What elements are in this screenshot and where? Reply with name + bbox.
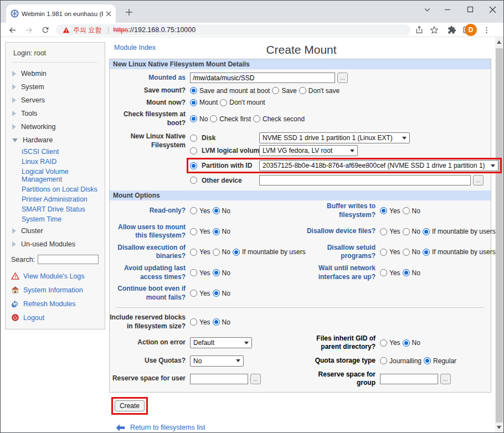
radio-wait-network-no[interactable]: No — [403, 269, 420, 277]
radio-save-and-mount-at-boot[interactable]: Save and mount at boot — [190, 87, 270, 95]
radio-partition-with-id[interactable] — [190, 162, 199, 169]
action-on-error-select[interactable]: Default — [190, 337, 252, 348]
mounted-as-browse-button[interactable]: ... — [337, 73, 348, 83]
radio-circle — [403, 207, 410, 214]
sidebar-item-unused-modules[interactable]: Un-used Modules — [6, 238, 105, 251]
radio-reserved-yes[interactable]: Yes — [190, 318, 210, 326]
reload-icon[interactable] — [40, 25, 50, 35]
radio-setuid-no[interactable]: No — [403, 248, 420, 256]
partition-id-select[interactable]: 20357125-8b0e-418b-8764-af69ee800cef (NV… — [259, 160, 498, 171]
sidebar-item-smart-drive-status[interactable]: SMART Drive Status — [6, 204, 105, 214]
radio-disallow-exec-no[interactable]: No — [213, 248, 230, 256]
scroll-down-icon[interactable] — [497, 426, 501, 429]
radio-disk[interactable] — [190, 135, 199, 142]
radio-disallow-dev-yes[interactable]: Yes — [380, 228, 400, 235]
extensions-puzzle-icon[interactable] — [447, 25, 457, 35]
radio-other-device[interactable] — [190, 177, 199, 184]
radio-read-only-yes[interactable]: Yes — [190, 207, 210, 215]
radio-buffer-yes[interactable]: Yes — [380, 207, 400, 215]
sidebar-item-partitions-on-local-disks[interactable]: Partitions on Local Disks — [6, 184, 105, 194]
reserve-user-browse-button[interactable]: ... — [250, 374, 261, 384]
disk-select[interactable]: NVME SSD 1 drive 1 partition 1 (Linux EX… — [259, 132, 410, 143]
radio-allow-users-no[interactable]: No — [213, 228, 230, 235]
back-icon[interactable] — [7, 25, 17, 35]
tab-search-chevron-icon[interactable] — [421, 3, 433, 16]
radio-atime-no[interactable]: No — [213, 269, 230, 277]
radio-dont-save[interactable]: Don't save — [299, 87, 340, 95]
radio-label: Save — [281, 87, 296, 95]
radio-buffer-no[interactable]: No — [403, 207, 420, 215]
return-to-filesystems-link[interactable]: Return to filesystems list — [116, 424, 493, 432]
radio-reserved-no[interactable]: No — [213, 318, 230, 326]
other-device-browse-button[interactable]: ... — [473, 175, 484, 185]
sidebar-link-view-module-logs[interactable]: View Module's Logs — [6, 269, 105, 283]
sidebar-item-tools[interactable]: Tools — [6, 107, 105, 120]
create-button[interactable]: Create — [115, 400, 145, 411]
sidebar-link-logout[interactable]: Logout — [6, 311, 105, 324]
collapsed-triangle-icon — [12, 228, 16, 234]
sidebar-item-cluster[interactable]: Cluster — [6, 224, 105, 238]
radio-continue-boot-no[interactable]: No — [213, 290, 230, 297]
window-maximize-icon[interactable] — [464, 3, 476, 16]
radio-regular[interactable]: Regular — [424, 357, 456, 365]
url-bar[interactable]: 주의 요함 | https ://192.168.0.75:10000 — [56, 24, 410, 35]
radio-disallow-exec-yes[interactable]: Yes — [190, 248, 210, 256]
radio-label: Yes — [389, 207, 400, 215]
radio-gid-yes[interactable]: Yes — [380, 339, 400, 347]
use-quotas-select[interactable]: No — [190, 355, 244, 367]
security-warning-icon[interactable] — [63, 27, 70, 34]
scroll-up-icon[interactable] — [497, 40, 501, 44]
browser-menu-dots-icon[interactable] — [481, 25, 491, 35]
reserve-group-input[interactable] — [380, 374, 438, 384]
radio-gid-no[interactable]: No — [403, 339, 420, 347]
sidebar-item-networking[interactable]: Networking — [6, 120, 105, 133]
sidebar-item-hardware[interactable]: Hardware — [6, 133, 105, 147]
radio-read-only-no[interactable]: No — [213, 207, 230, 215]
sidebar-item-system[interactable]: System — [6, 80, 105, 94]
profile-avatar[interactable]: D — [465, 24, 477, 36]
window-close-icon[interactable] — [486, 3, 498, 16]
browser-tab[interactable]: Webmin 1.981 on eunhasu (Fed — [6, 4, 116, 23]
radio-continue-boot-yes[interactable]: Yes — [190, 290, 210, 297]
sidebar-item-printer-administration[interactable]: Printer Administration — [6, 194, 105, 204]
sidebar-link-refresh-modules[interactable]: Refresh Modules — [6, 297, 105, 311]
module-index-link[interactable]: Module Index — [114, 44, 156, 51]
radio-allow-users-yes[interactable]: Yes — [190, 228, 210, 235]
reserve-user-input[interactable] — [190, 374, 248, 384]
radio-disallow-dev-mountable[interactable]: If mountable by users — [423, 228, 496, 235]
window-minimize-icon[interactable] — [441, 3, 454, 16]
new-tab-button[interactable] — [124, 7, 134, 17]
reserve-group-browse-button[interactable]: ... — [440, 374, 451, 384]
radio-disallow-dev-no[interactable]: No — [403, 228, 420, 235]
sidebar-item-webmin[interactable]: Webmin — [6, 67, 105, 80]
radio-dont-mount[interactable]: Don't mount — [220, 99, 265, 106]
radio-atime-yes[interactable]: Yes — [190, 269, 210, 277]
radio-setuid-yes[interactable]: Yes — [380, 248, 400, 256]
radio-check-no[interactable]: No — [190, 115, 208, 123]
tab-close-icon[interactable] — [106, 11, 111, 17]
sidebar-item-servers[interactable]: Servers — [6, 94, 105, 107]
radio-lvm-logical-volume[interactable] — [190, 147, 199, 154]
search-input[interactable] — [38, 255, 99, 264]
radio-mount[interactable]: Mount — [190, 99, 218, 106]
select-chevron-icon — [350, 150, 354, 152]
radio-journalling[interactable]: Journalling — [380, 357, 421, 365]
other-device-input[interactable] — [259, 175, 471, 185]
sidebar-item-logical-volume-management[interactable]: Logical Volume Management — [6, 167, 105, 184]
sidebar-item-iscsi-client[interactable]: iSCSI Client — [6, 147, 105, 157]
radio-check-second[interactable]: Check second — [253, 115, 305, 123]
sidebar-item-linux-raid[interactable]: Linux RAID — [6, 157, 105, 167]
radio-save[interactable]: Save — [272, 87, 296, 95]
radio-setuid-mountable[interactable]: If mountable by users — [423, 248, 496, 256]
radio-check-first[interactable]: Check first — [210, 115, 251, 123]
share-icon[interactable] — [414, 25, 424, 35]
bookmark-star-icon[interactable] — [429, 25, 439, 35]
mounted-as-input[interactable] — [190, 73, 335, 83]
sidebar-link-system-information[interactable]: System Information — [6, 283, 105, 297]
radio-label: Yes — [199, 207, 210, 215]
radio-disallow-exec-mountable[interactable]: If mountable by users — [233, 248, 306, 256]
forward-icon[interactable] — [24, 25, 34, 35]
sidebar-item-system-time[interactable]: System Time — [6, 214, 105, 224]
lvm-select[interactable]: LVM VG fedora, LV root — [259, 145, 358, 156]
radio-wait-network-yes[interactable]: Yes — [380, 269, 400, 277]
